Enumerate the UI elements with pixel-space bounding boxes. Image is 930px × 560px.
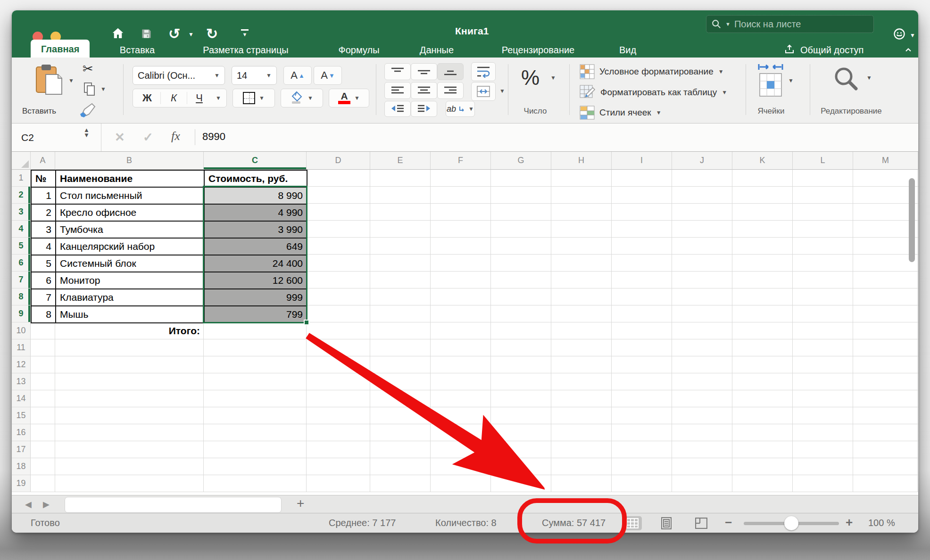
cell-C3[interactable]: 4 990 [205, 205, 307, 222]
tab-vid[interactable]: Вид [614, 42, 642, 58]
cells-dropdown-icon[interactable]: ▼ [788, 77, 794, 84]
row-header-13[interactable]: 13 [12, 373, 31, 390]
tab-vstavka[interactable]: Вставка [114, 42, 161, 58]
column-header-F[interactable]: F [431, 152, 491, 170]
vertical-scrollbar[interactable] [909, 178, 915, 262]
zoom-slider-knob[interactable] [784, 516, 798, 530]
copy-dropdown-icon[interactable]: ▼ [100, 86, 106, 92]
formula-input-value[interactable]: 8990 [202, 131, 225, 143]
row-header-6[interactable]: 6 [12, 255, 31, 272]
paste-icon[interactable] [34, 64, 64, 97]
normal-view-button[interactable] [623, 516, 642, 530]
font-size-select[interactable]: 14▼ [232, 66, 277, 85]
tab-formuly[interactable]: Формулы [331, 42, 387, 58]
column-header-H[interactable]: H [551, 152, 612, 170]
confirm-entry-icon[interactable]: ✓ [143, 130, 153, 145]
align-bottom-button[interactable] [437, 63, 464, 80]
row-header-9[interactable]: 9 [12, 305, 31, 322]
cell-C2[interactable]: 8 990 [205, 188, 307, 205]
cell-B4[interactable]: Тумбочка [56, 222, 205, 239]
row-header-16[interactable]: 16 [12, 424, 31, 441]
cells-button[interactable] [757, 63, 784, 100]
italic-button[interactable]: К [160, 92, 187, 104]
number-format-button[interactable]: % [521, 66, 540, 90]
increase-indent-button[interactable] [411, 101, 437, 117]
select-all-corner[interactable] [12, 152, 31, 170]
row-header-2[interactable]: 2 [12, 187, 31, 204]
cell-B9[interactable]: Мышь [56, 306, 205, 323]
cell-C9[interactable]: 799 [205, 306, 307, 323]
smiley-dropdown-icon[interactable]: ▼ [910, 32, 915, 39]
header-cell-num[interactable]: № [32, 171, 56, 188]
customize-toolbar-icon[interactable]: ▼ [241, 29, 249, 37]
row-header-7[interactable]: 7 [12, 272, 31, 288]
cut-icon[interactable]: ✂ [83, 61, 93, 76]
next-sheet-icon[interactable]: ▶ [43, 499, 50, 510]
align-right-button[interactable] [437, 82, 464, 99]
undo-dropdown-icon[interactable]: ▼ [188, 31, 194, 38]
row-header-11[interactable]: 11 [12, 339, 31, 356]
share-icon[interactable] [783, 42, 796, 58]
save-icon[interactable] [140, 27, 153, 42]
active-sheet-tab[interactable] [65, 497, 282, 513]
header-cell-cost[interactable]: Стоимость, руб. [205, 171, 307, 188]
row-header-5[interactable]: 5 [12, 238, 31, 255]
fx-icon[interactable]: fx [171, 129, 180, 143]
number-format-dropdown-icon[interactable]: ▼ [550, 74, 556, 81]
cell-B8[interactable]: Клавиатура [56, 289, 205, 306]
cell-A4[interactable]: 3 [32, 222, 56, 239]
column-header-I[interactable]: I [612, 152, 672, 170]
column-header-D[interactable]: D [307, 152, 370, 170]
column-header-A[interactable]: A [31, 152, 55, 170]
header-cell-name[interactable]: Наименование [56, 171, 205, 188]
column-header-L[interactable]: L [793, 152, 853, 170]
cell-C6[interactable]: 24 400 [205, 255, 307, 272]
column-header-G[interactable]: G [491, 152, 551, 170]
increase-font-button[interactable]: А▲ [283, 66, 312, 85]
copy-icon[interactable] [83, 82, 96, 98]
selection-fill-handle[interactable] [304, 320, 309, 325]
column-header-K[interactable]: K [732, 152, 793, 170]
align-left-button[interactable] [384, 82, 411, 99]
cell-C4[interactable]: 3 990 [205, 222, 307, 239]
name-box[interactable]: C2 ▲▼ [12, 124, 101, 151]
sheet-search-input[interactable]: ▼ Поиск на листе [706, 15, 874, 33]
cell-B2[interactable]: Стол письменный [56, 188, 205, 205]
tab-razmetka[interactable]: Разметка страницы [184, 42, 307, 58]
row-header-18[interactable]: 18 [12, 458, 31, 475]
row-header-14[interactable]: 14 [12, 390, 31, 407]
font-name-select[interactable]: Calibri (Осн...▼ [133, 66, 225, 85]
cancel-entry-icon[interactable]: ✕ [115, 130, 125, 145]
tab-glavnaya[interactable]: Главная [31, 40, 90, 58]
row-header-15[interactable]: 15 [12, 407, 31, 424]
row-header-3[interactable]: 3 [12, 204, 31, 221]
tab-recenzirovanie[interactable]: Рецензирование [486, 42, 590, 58]
editing-find-button[interactable] [832, 65, 859, 93]
cell-styles-button[interactable]: Стили ячеек ▼ [580, 106, 662, 120]
decrease-font-button[interactable]: А▼ [314, 66, 342, 85]
feedback-smiley-icon[interactable] [893, 27, 906, 42]
underline-dropdown-icon[interactable]: ▼ [211, 95, 225, 101]
cell-B7[interactable]: Монитор [56, 272, 205, 289]
text-orientation-button[interactable]: ab ▼ [446, 101, 475, 117]
cell-A2[interactable]: 1 [32, 188, 56, 205]
merge-cells-button[interactable] [471, 82, 496, 101]
cell-C5[interactable]: 649 [205, 239, 307, 255]
fill-color-button[interactable]: ▼ [281, 89, 323, 107]
bold-button[interactable]: Ж [134, 92, 160, 104]
underline-button[interactable]: Ч [187, 92, 211, 104]
format-as-table-button[interactable]: Форматировать как таблицу ▼ [580, 85, 727, 100]
row-header-8[interactable]: 8 [12, 288, 31, 305]
cell-B3[interactable]: Кресло офисное [56, 205, 205, 222]
align-center-button[interactable] [411, 82, 437, 99]
align-top-button[interactable] [384, 63, 411, 80]
cell-A3[interactable]: 2 [32, 205, 56, 222]
conditional-formatting-button[interactable]: Условное форматирование ▼ [580, 64, 724, 79]
cell-C7[interactable]: 12 600 [205, 272, 307, 289]
row-header-4[interactable]: 4 [12, 221, 31, 238]
collapse-ribbon-icon[interactable] [903, 42, 913, 58]
cell-A7[interactable]: 6 [32, 272, 56, 289]
row-header-19[interactable]: 19 [12, 475, 31, 492]
share-label[interactable]: Общий доступ [800, 42, 864, 58]
undo-icon[interactable]: ↺ [168, 25, 180, 42]
